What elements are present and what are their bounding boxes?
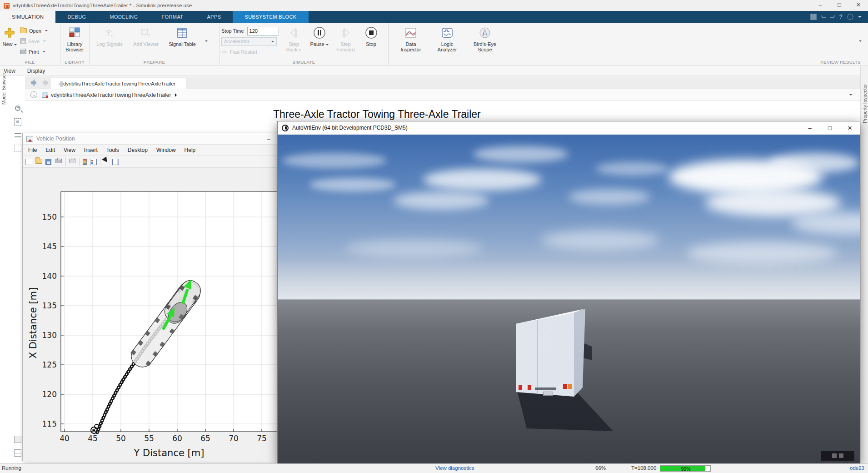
status-solver[interactable]: ode23 <box>850 465 864 471</box>
save-figure-icon[interactable] <box>45 159 51 165</box>
figure-menu-file[interactable]: File <box>28 147 37 153</box>
vehicle-position-window[interactable]: Vehicle Position – File Edit View Insert… <box>22 133 277 461</box>
step-back-icon <box>288 27 300 39</box>
print-figure-icon[interactable] <box>55 159 62 163</box>
figure-menu-edit[interactable]: Edit <box>45 147 55 153</box>
simulation-mode-select[interactable]: Accelerator <box>221 37 277 46</box>
fast-restart-toggle[interactable]: Fast Restart <box>221 48 279 56</box>
vrtl-maximize-button[interactable]: □ <box>820 122 840 134</box>
pause-button[interactable]: Pause <box>309 25 330 57</box>
section-label-library: LIBRARY <box>60 60 89 65</box>
annotation-icon[interactable] <box>14 145 21 152</box>
figure-minimize-icon[interactable]: – <box>267 136 270 142</box>
print-button[interactable]: Print <box>20 47 48 56</box>
open-button[interactable]: Open <box>20 26 48 35</box>
open-file-icon[interactable] <box>35 159 42 164</box>
figure-menu-window[interactable]: Window <box>156 147 176 153</box>
log-signals-button[interactable]: Log Signals <box>95 25 125 57</box>
data-inspector-icon <box>405 27 417 38</box>
tab-apps[interactable]: APPS <box>195 11 233 23</box>
tab-debug[interactable]: DEBUG <box>55 11 98 23</box>
figure-menu-view[interactable]: View <box>64 147 75 153</box>
svg-text:55: 55 <box>144 434 154 443</box>
plot-area[interactable]: 4045505560657075115120125130135140145150… <box>23 168 278 462</box>
breadcrumb-item[interactable]: vdynblksThreeAxleTractorTowingThreeAxleT… <box>51 92 171 98</box>
birds-eye-scope-button[interactable]: Bird's-Eye Scope <box>469 25 501 57</box>
property-editor-icon[interactable] <box>112 159 119 165</box>
tab-modeling[interactable]: MODELING <box>98 11 150 23</box>
nav-back-icon[interactable] <box>27 79 37 86</box>
library-browser-button[interactable]: Library Browser <box>62 25 87 57</box>
step-forward-button[interactable]: Step Forward <box>334 25 357 57</box>
edit-plot-cursor-icon[interactable] <box>102 156 111 166</box>
quick-access-caret-icon[interactable] <box>858 16 862 20</box>
figure-titlebar[interactable]: Vehicle Position – <box>23 133 277 145</box>
save-icon[interactable] <box>810 14 817 20</box>
close-button[interactable]: ✕ <box>849 0 868 11</box>
tab-format[interactable]: FORMAT <box>150 11 195 23</box>
new-figure-icon[interactable] <box>25 159 32 165</box>
x-axis-label: Y Distance [m] <box>134 448 205 458</box>
pause-caret-icon <box>326 44 329 47</box>
print-caret-icon <box>43 51 45 54</box>
zoom-icon[interactable] <box>15 106 20 111</box>
model-icon <box>42 92 48 98</box>
breadcrumb-caret-icon[interactable] <box>849 94 852 97</box>
add-viewer-button[interactable]: Add Viewer <box>131 25 161 57</box>
undo-icon[interactable] <box>821 15 826 18</box>
save-button[interactable]: Save <box>20 37 48 46</box>
data-inspector-button[interactable]: Data Inspector <box>396 25 426 57</box>
model-browser-rail[interactable]: Model Browser <box>1 73 6 105</box>
canvas-menubar: View Display <box>0 66 868 76</box>
ribbon-overflow-caret-icon[interactable] <box>859 40 862 43</box>
trailer-bumper <box>535 387 556 390</box>
vrtl-close-button[interactable]: ✕ <box>840 122 860 134</box>
fit-to-view-icon[interactable] <box>14 118 21 126</box>
autovrtlenv-titlebar[interactable]: AutoVrtlEnv (64-bit Development PCD3D_SM… <box>278 121 860 135</box>
property-inspector-rail[interactable]: Property Inspector <box>860 66 868 463</box>
vrtl-minimize-button[interactable]: – <box>800 122 820 134</box>
autovrtlenv-window[interactable]: AutoVrtlEnv (64-bit Development PCD3D_SM… <box>277 121 860 463</box>
step-back-button[interactable]: Step Back <box>284 25 304 57</box>
signal-routing-icon[interactable] <box>15 133 21 137</box>
unreal-icon <box>282 125 289 131</box>
breadcrumb-up-icon[interactable] <box>30 91 37 98</box>
link-plot-icon[interactable] <box>69 159 75 163</box>
screenshot-icon[interactable] <box>14 436 21 443</box>
maximize-button[interactable]: □ <box>830 0 849 11</box>
redo-icon[interactable] <box>830 15 835 18</box>
minimize-button[interactable]: – <box>811 0 830 11</box>
view-diagnostics-link[interactable]: View diagnostics <box>435 465 474 471</box>
signal-table-button[interactable]: Signal Table <box>167 25 197 57</box>
insert-colorbar-icon[interactable] <box>83 159 87 165</box>
prepare-more-caret-icon[interactable] <box>205 40 208 43</box>
cloud <box>282 153 387 168</box>
svg-text:135: 135 <box>42 301 57 310</box>
logic-analyzer-button[interactable]: Logic Analyzer <box>432 25 462 57</box>
3d-scene[interactable] <box>278 135 860 463</box>
help-icon[interactable]: ? <box>839 14 843 20</box>
figure-menu-insert[interactable]: Insert <box>84 147 98 153</box>
new-button[interactable]: New <box>2 25 17 57</box>
add-viewer-icon <box>140 27 152 38</box>
figure-menu-desktop[interactable]: Desktop <box>128 147 148 153</box>
figure-menu-help[interactable]: Help <box>185 147 196 153</box>
window-titlebar: vdynblksThreeAxleTractorTowingThreeAxleT… <box>0 0 868 11</box>
engine-watermark <box>821 451 854 461</box>
document-tab[interactable]: vdynblksThreeAxleTractorTowingThreeAxleT… <box>50 78 186 89</box>
nav-up-icon[interactable] <box>58 78 65 88</box>
ribbon-tabbar: SIMULATION DEBUG MODELING FORMAT APPS SU… <box>0 11 868 23</box>
menu-display[interactable]: Display <box>27 68 45 74</box>
gear-icon[interactable] <box>847 14 853 20</box>
figure-menu-tools[interactable]: Tools <box>106 147 119 153</box>
insert-legend-icon[interactable] <box>90 159 97 165</box>
svg-text:75: 75 <box>257 434 267 443</box>
nav-forward-icon[interactable] <box>42 79 52 86</box>
stop-button[interactable]: Stop <box>362 25 381 57</box>
svg-text:115: 115 <box>42 419 57 428</box>
tab-subsystem-block[interactable]: SUBSYSTEM BLOCK <box>233 11 308 23</box>
layers-icon[interactable] <box>14 449 21 457</box>
stop-time-input[interactable] <box>247 27 279 35</box>
tab-simulation[interactable]: SIMULATION <box>0 11 55 23</box>
pause-icon <box>313 26 326 39</box>
